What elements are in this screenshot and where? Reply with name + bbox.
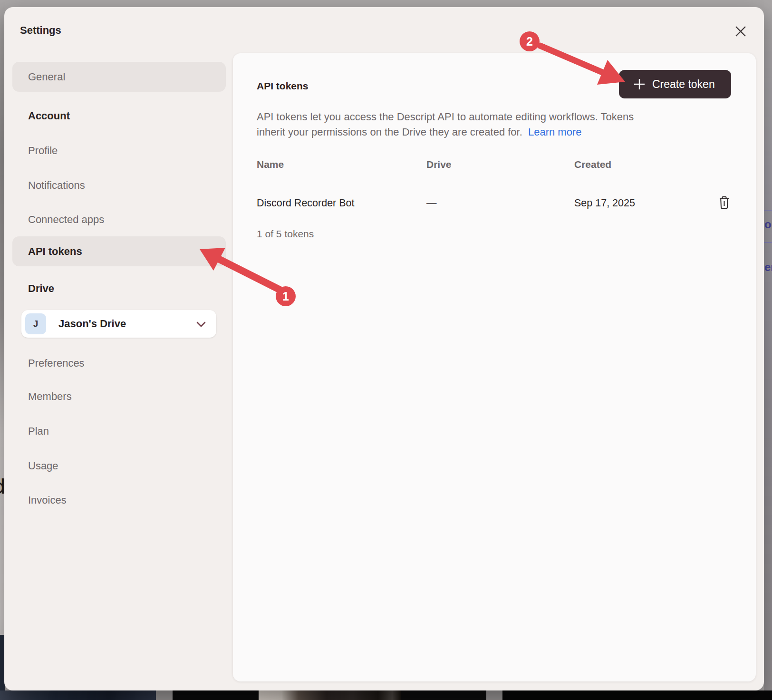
sidebar-item-notifications[interactable]: Notifications xyxy=(12,170,226,200)
background-text-fragment-right-1: od xyxy=(764,218,772,231)
api-tokens-panel: API tokens Create token API tokens let y… xyxy=(233,53,756,681)
column-header-drive: Drive xyxy=(426,159,452,170)
close-button[interactable] xyxy=(731,22,750,41)
sidebar-item-label: API tokens xyxy=(28,245,82,258)
sidebar-item-api-tokens[interactable]: API tokens xyxy=(12,236,226,266)
sidebar-item-label: Usage xyxy=(28,460,58,472)
sidebar-item-label: Notifications xyxy=(28,179,85,192)
description-line-2: inherit your permissions on the Drive th… xyxy=(257,125,704,140)
panel-heading: API tokens xyxy=(257,80,309,92)
drive-selector[interactable]: J Jason's Drive xyxy=(21,310,216,338)
sidebar-item-profile[interactable]: Profile xyxy=(12,136,226,165)
background-divider-line xyxy=(764,242,772,243)
sidebar-item-label: Profile xyxy=(28,145,58,157)
sidebar-item-label: Plan xyxy=(28,425,49,438)
sidebar-section-account: Account xyxy=(28,110,70,122)
token-name-cell: Discord Recorder Bot xyxy=(257,197,355,209)
background-text-fragment-right-2: en xyxy=(764,261,772,274)
column-header-name: Name xyxy=(257,159,284,170)
column-header-created: Created xyxy=(574,159,611,170)
sidebar-item-plan[interactable]: Plan xyxy=(12,416,226,446)
sidebar-item-general[interactable]: General xyxy=(12,62,226,92)
settings-modal: Settings General Account Profile Notific… xyxy=(4,7,764,690)
video-thumbnail xyxy=(401,690,486,700)
screen: d od en Settings General Account Profile xyxy=(0,0,772,700)
sidebar-item-label: Preferences xyxy=(28,357,85,369)
token-count: 1 of 5 tokens xyxy=(257,228,314,240)
delete-token-button[interactable] xyxy=(718,195,733,211)
sidebar-item-preferences[interactable]: Preferences xyxy=(12,348,226,378)
background-top-strip xyxy=(0,0,772,8)
video-thumbnail xyxy=(0,690,156,700)
panel-description: API tokens let you access the Descript A… xyxy=(257,109,704,139)
drive-selector-label: Jason's Drive xyxy=(58,310,126,338)
token-drive-cell: — xyxy=(426,197,437,209)
sidebar-item-members[interactable]: Members xyxy=(12,381,226,411)
background-right-strip: od en xyxy=(764,0,772,700)
modal-title: Settings xyxy=(20,24,61,37)
video-thumbnail xyxy=(502,690,772,700)
sidebar-item-label: Members xyxy=(28,390,72,403)
video-thumbnail-strip xyxy=(0,690,772,700)
close-icon xyxy=(734,25,747,38)
drive-avatar: J xyxy=(25,313,46,334)
sidebar-item-label: Invoices xyxy=(28,494,67,506)
sidebar-item-usage[interactable]: Usage xyxy=(12,451,226,481)
plus-icon xyxy=(632,77,647,91)
chevron-down-icon xyxy=(196,321,206,327)
sidebar-item-connected-apps[interactable]: Connected apps xyxy=(12,204,226,234)
sidebar-section-drive: Drive xyxy=(28,282,54,295)
sidebar-item-label: General xyxy=(28,71,65,83)
video-thumbnail xyxy=(173,690,259,700)
create-token-label: Create token xyxy=(652,78,715,91)
sidebar-item-label: Connected apps xyxy=(28,214,104,226)
background-divider-line xyxy=(764,210,772,211)
learn-more-link[interactable]: Learn more xyxy=(528,126,582,138)
sidebar-item-invoices[interactable]: Invoices xyxy=(12,485,226,515)
create-token-button[interactable]: Create token xyxy=(619,70,731,98)
token-created-cell: Sep 17, 2025 xyxy=(574,197,635,209)
video-thumbnail xyxy=(259,690,401,700)
trash-icon xyxy=(718,195,730,210)
description-line-1: API tokens let you access the Descript A… xyxy=(257,109,704,125)
